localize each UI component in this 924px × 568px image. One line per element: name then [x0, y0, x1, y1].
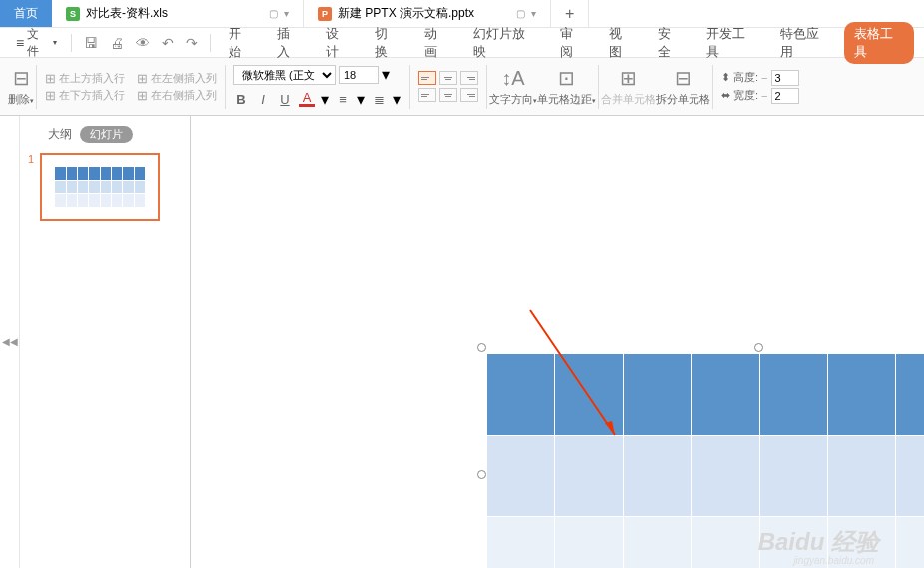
insert-col-right[interactable]: ⊞在右侧插入列	[137, 88, 217, 103]
excel-icon: S	[66, 7, 80, 21]
window-icon[interactable]: ▢	[516, 8, 525, 19]
main-area: ◀◀ 大纲 幻灯片 1	[0, 116, 924, 568]
slide-canvas-area[interactable]: ⊞ 一键排版 ✎ 表格美化	[190, 116, 924, 568]
ppt-icon: P	[318, 7, 332, 21]
slides-tab[interactable]: 幻灯片	[80, 126, 133, 143]
slide-number: 1	[28, 153, 34, 221]
separator	[225, 65, 226, 109]
dimensions-group: ⬍高度: − ⬌宽度: −	[715, 70, 805, 104]
separator	[409, 65, 410, 109]
row-below-icon: ⊞	[45, 88, 56, 103]
split-icon: ⊟	[675, 66, 692, 90]
chevron-down-icon[interactable]: ▾	[382, 65, 390, 84]
ribbon-tab-security[interactable]: 安全	[648, 21, 693, 65]
separator	[210, 34, 211, 52]
file-tab-label: 新建 PPTX 演示文稿.pptx	[338, 5, 474, 22]
separator	[598, 65, 599, 109]
width-icon: ⬌	[721, 89, 730, 102]
insert-col-left[interactable]: ⊞在左侧插入列	[137, 71, 217, 86]
resize-handle-tm[interactable]	[754, 343, 763, 352]
insert-row-below[interactable]: ⊞在下方插入行	[45, 88, 125, 103]
ribbon-tab-featured[interactable]: 特色应用	[770, 21, 840, 65]
resize-handle-tl[interactable]	[477, 343, 486, 352]
merge-icon: ⊞	[620, 66, 637, 90]
file-tab-label: 对比表-资料.xls	[86, 5, 168, 22]
dropdown-icon[interactable]: ▾	[531, 8, 536, 19]
ribbon-tab-transition[interactable]: 切换	[365, 21, 410, 65]
watermark-url: jingyan.baidu.com	[793, 555, 874, 566]
font-group: 微软雅黑 (正文 ▾ B I U A▾ ≡▾ ≣▾	[228, 65, 407, 109]
print-icon[interactable]: 🖨	[106, 33, 128, 53]
ribbon-tab-design[interactable]: 设计	[316, 21, 361, 65]
cell-margin-icon: ⊡	[558, 66, 575, 90]
separator	[71, 34, 72, 52]
dropdown-icon[interactable]: ▾	[284, 8, 289, 19]
align-mid-center[interactable]	[439, 88, 457, 102]
col-left-icon: ⊞	[137, 71, 148, 86]
ribbon-tab-tabletools[interactable]: 表格工具	[844, 22, 914, 64]
ribbon-tab-animation[interactable]: 动画	[414, 21, 459, 65]
collapse-sidebar-button[interactable]: ◀◀	[0, 116, 20, 568]
italic-button[interactable]: I	[255, 92, 271, 107]
font-size-input[interactable]	[339, 66, 379, 84]
separator	[486, 65, 487, 109]
width-input[interactable]	[771, 88, 799, 104]
separator	[36, 65, 37, 109]
outline-tab[interactable]: 大纲	[48, 126, 72, 143]
ribbon-tab-start[interactable]: 开始	[219, 21, 263, 65]
cell-margin-button[interactable]: ⊡ 单元格边距▾	[537, 66, 596, 107]
ribbon-tab-view[interactable]: 视图	[599, 21, 644, 65]
align-top-center[interactable]	[439, 71, 457, 85]
align-mid-right[interactable]	[460, 88, 478, 102]
align-top-left[interactable]	[418, 71, 436, 85]
insert-cols-group: ⊞在左侧插入列 ⊞在右侧插入列	[131, 71, 223, 103]
ribbon-tab-insert[interactable]: 插入	[267, 21, 312, 65]
redo-icon[interactable]: ↷	[182, 33, 202, 53]
row-above-icon: ⊞	[45, 71, 56, 86]
align-mid-left[interactable]	[418, 88, 436, 102]
table-row[interactable]	[487, 436, 925, 516]
ribbon-tab-slideshow[interactable]: 幻灯片放映	[463, 21, 546, 65]
save-icon[interactable]: 🖫	[80, 33, 102, 53]
col-right-icon: ⊞	[137, 88, 148, 103]
bold-button[interactable]: B	[233, 92, 249, 107]
chevron-down-icon: ▾	[53, 38, 57, 47]
separator	[712, 65, 713, 109]
table-row[interactable]	[487, 354, 925, 436]
thumbnail-table	[55, 167, 145, 207]
number-list-button[interactable]: ≣	[371, 92, 387, 107]
toolbar: ⊟ 删除▾ ⊞在上方插入行 ⊞在下方插入行 ⊞在左侧插入列 ⊞在右侧插入列 微软…	[0, 58, 924, 116]
font-color-button[interactable]: A	[299, 92, 315, 107]
merge-cells-button[interactable]: ⊞ 合并单元格	[601, 66, 656, 107]
bullet-list-button[interactable]: ≡	[335, 92, 351, 107]
align-top-right[interactable]	[460, 71, 478, 85]
ribbon-tab-review[interactable]: 审阅	[550, 21, 595, 65]
text-direction-icon: ↕A	[501, 67, 524, 90]
preview-icon[interactable]: 👁	[132, 33, 154, 53]
slide-thumbnail-1[interactable]	[40, 153, 160, 221]
slide-panel: 大纲 幻灯片 1	[20, 116, 190, 568]
height-input[interactable]	[771, 70, 799, 86]
window-icon[interactable]: ▢	[269, 8, 278, 19]
hamburger-icon: ≡	[16, 35, 24, 51]
font-family-select[interactable]: 微软雅黑 (正文	[233, 65, 336, 85]
alignment-group	[412, 71, 484, 102]
insert-row-above[interactable]: ⊞在上方插入行	[45, 71, 125, 86]
watermark: Baidu 经验	[758, 526, 879, 558]
insert-rows-group: ⊞在上方插入行 ⊞在下方插入行	[39, 71, 131, 103]
undo-icon[interactable]: ↶	[158, 33, 178, 53]
height-icon: ⬍	[721, 71, 730, 84]
underline-button[interactable]: U	[277, 92, 293, 107]
split-cells-button[interactable]: ⊟ 拆分单元格	[656, 66, 710, 107]
file-menu[interactable]: ≡ 文件 ▾	[10, 22, 63, 64]
text-direction-button[interactable]: ↕A 文字方向▾	[489, 67, 537, 107]
delete-button[interactable]: ⊟ 删除▾	[8, 66, 34, 107]
resize-handle-ml[interactable]	[477, 470, 486, 479]
ribbon-menu: ≡ 文件 ▾ 🖫 🖨 👁 ↶ ↷ 开始 插入 设计 切换 动画 幻灯片放映 审阅…	[0, 28, 924, 58]
ribbon-tab-devtools[interactable]: 开发工具	[696, 21, 766, 65]
delete-icon: ⊟	[13, 66, 30, 90]
